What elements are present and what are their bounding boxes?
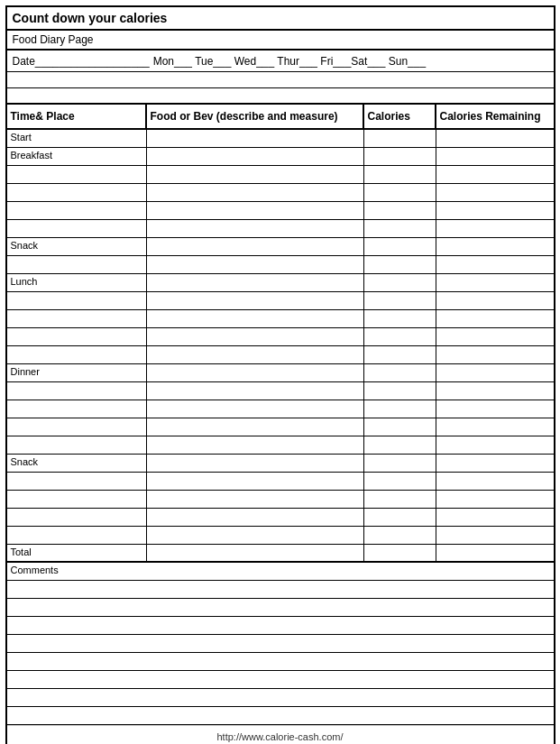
table-row — [7, 256, 554, 274]
row-food — [147, 130, 364, 147]
footer: http://www.calorie-cash.com/ — [7, 725, 554, 744]
subtitle: Food Diary Page — [7, 31, 554, 51]
extra-row — [7, 689, 554, 707]
row-time: Start — [7, 130, 147, 147]
table-row — [7, 202, 554, 220]
row-food — [147, 509, 364, 526]
table-row — [7, 310, 554, 328]
table-row — [7, 400, 554, 418]
row-remaining — [436, 238, 554, 255]
row-calories — [364, 130, 436, 147]
row-remaining — [436, 292, 554, 309]
table-row — [7, 527, 554, 545]
row-remaining — [436, 491, 554, 508]
row-remaining — [436, 346, 554, 363]
extra-row — [7, 599, 554, 617]
table-row: Lunch — [7, 274, 554, 292]
date-row: Date___________________ Mon___ Tue___ We… — [7, 51, 554, 72]
row-food — [147, 256, 364, 273]
row-remaining — [436, 400, 554, 418]
row-food — [147, 545, 364, 561]
row-remaining — [436, 166, 554, 183]
table-row — [7, 292, 554, 310]
table-row: Snack — [7, 455, 554, 473]
row-food — [147, 527, 364, 544]
row-calories — [364, 238, 436, 255]
row-remaining — [436, 148, 554, 165]
spacer-1 — [7, 72, 554, 88]
row-food — [147, 436, 364, 454]
row-remaining — [436, 274, 554, 291]
days-label: Mon___ Tue___ Wed___ Thur___ Fri___Sat__… — [153, 55, 426, 68]
row-time — [7, 382, 147, 400]
row-time — [7, 527, 147, 544]
row-calories — [364, 491, 436, 508]
table-row — [7, 346, 554, 364]
header-time-place: Time& Place — [7, 105, 147, 128]
row-food — [147, 148, 364, 165]
row-food — [147, 238, 364, 255]
row-food — [147, 418, 364, 436]
row-time: Breakfast — [7, 148, 147, 165]
row-calories — [364, 473, 436, 490]
row-remaining — [436, 527, 554, 544]
row-remaining — [436, 328, 554, 345]
table-row — [7, 436, 554, 455]
row-calories — [364, 148, 436, 165]
row-time — [7, 256, 147, 273]
row-remaining — [436, 130, 554, 147]
extra-row — [7, 635, 554, 653]
row-food — [147, 292, 364, 309]
row-remaining — [436, 220, 554, 237]
row-remaining — [436, 473, 554, 490]
row-calories — [364, 346, 436, 363]
table-row — [7, 184, 554, 202]
row-calories — [364, 436, 436, 454]
row-calories — [364, 400, 436, 418]
row-time — [7, 418, 147, 436]
row-time — [7, 400, 147, 418]
header-food: Food or Bev (describe and measure) — [147, 105, 364, 128]
row-time — [7, 292, 147, 309]
header-remaining: Calories Remaining — [436, 105, 554, 128]
row-time — [7, 473, 147, 490]
row-calories — [364, 364, 436, 381]
row-time — [7, 166, 147, 183]
row-food — [147, 400, 364, 418]
row-time — [7, 202, 147, 219]
row-time — [7, 436, 147, 454]
row-remaining — [436, 364, 554, 381]
row-calories — [364, 166, 436, 183]
row-food — [147, 220, 364, 237]
row-time — [7, 310, 147, 327]
table-row — [7, 328, 554, 346]
table-row: Dinner — [7, 364, 554, 382]
row-time — [7, 184, 147, 201]
row-calories — [364, 328, 436, 345]
row-remaining — [436, 418, 554, 436]
table-row — [7, 382, 554, 400]
table-row — [7, 166, 554, 184]
row-calories — [364, 382, 436, 400]
row-remaining — [436, 382, 554, 400]
row-calories — [364, 256, 436, 273]
page-title: Count down your calories — [7, 7, 554, 31]
row-time: Total — [7, 545, 147, 561]
row-time — [7, 220, 147, 237]
row-calories — [364, 545, 436, 561]
row-remaining — [436, 202, 554, 219]
table-row: Snack — [7, 238, 554, 256]
table-row: Breakfast — [7, 148, 554, 166]
row-time: Lunch — [7, 274, 147, 291]
extra-row — [7, 707, 554, 725]
row-time — [7, 491, 147, 508]
row-time: Dinner — [7, 364, 147, 381]
comments-row: Comments — [7, 563, 554, 581]
row-remaining — [436, 256, 554, 273]
table-row — [7, 473, 554, 491]
row-calories — [364, 184, 436, 201]
extra-row — [7, 581, 554, 599]
header-calories: Calories — [364, 105, 436, 128]
extra-row — [7, 617, 554, 635]
row-time — [7, 328, 147, 345]
